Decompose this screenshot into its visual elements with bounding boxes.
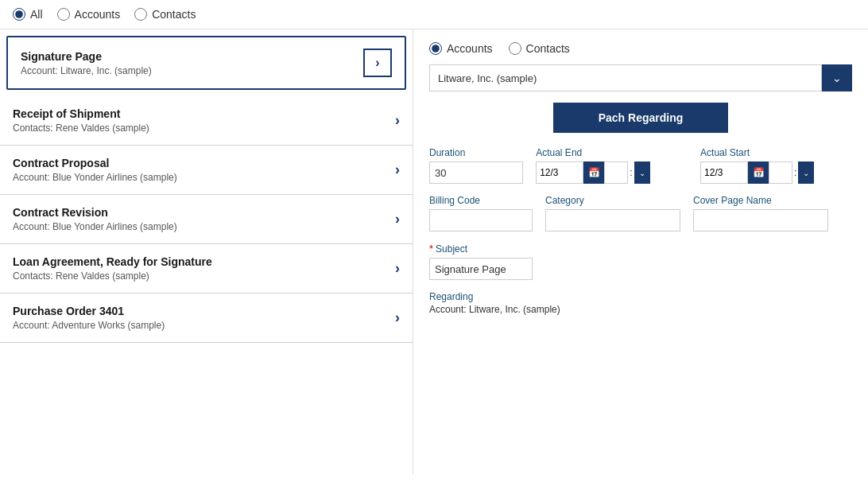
radio-contacts[interactable]: Contacts xyxy=(134,8,196,21)
cover-page-name-group: Cover Page Name xyxy=(693,195,828,231)
time-separator: : xyxy=(628,161,634,184)
list-item-title: Purchase Order 3401 xyxy=(13,305,395,317)
list-item-text: Receipt of Shipment Contacts: Rene Valde… xyxy=(13,107,395,134)
list-item-text: Contract Revision Account: Blue Yonder A… xyxy=(13,206,395,232)
actual-start-date-field: 📅 : ⌄ xyxy=(700,161,852,184)
actual-end-group: Actual End 📅 : ⌄ xyxy=(536,147,688,184)
radio-accounts-input[interactable] xyxy=(57,8,70,21)
actual-start-time-btn[interactable]: ⌄ xyxy=(798,161,814,184)
category-label: Category xyxy=(545,195,680,206)
time-separator2: : xyxy=(792,161,798,184)
list-item-chevron: › xyxy=(395,161,400,178)
radio-contacts-label: Contacts xyxy=(152,8,196,21)
list-item-chevron: › xyxy=(395,112,400,129)
actual-end-label: Actual End xyxy=(536,147,688,158)
filter-radio-group: All Accounts Contacts xyxy=(13,8,196,21)
list-item-text: Purchase Order 3401 Account: Adventure W… xyxy=(13,305,395,331)
billing-code-label: Billing Code xyxy=(429,195,533,206)
right-panel: Accounts Contacts Litware, Inc. (sample)… xyxy=(413,29,868,475)
list-item-chevron: › xyxy=(395,211,400,228)
actual-end-time-btn[interactable]: ⌄ xyxy=(634,161,650,184)
list-item-sub: Account: Blue Yonder Airlines (sample) xyxy=(13,172,395,183)
radio-all-label: All xyxy=(30,8,43,21)
list-item[interactable]: Signature Page Account: Litware, Inc. (s… xyxy=(6,36,406,90)
duration-group: Duration xyxy=(429,147,523,184)
billing-code-input[interactable] xyxy=(429,209,533,231)
right-radio-accounts-label: Accounts xyxy=(447,42,493,55)
duration-input[interactable] xyxy=(429,161,523,184)
regarding-label: Regarding xyxy=(429,291,852,302)
actual-start-hour-input[interactable] xyxy=(769,161,792,184)
category-group: Category xyxy=(545,195,680,231)
radio-accounts-label: Accounts xyxy=(75,8,121,21)
radio-all-input[interactable] xyxy=(13,8,25,21)
regarding-value: Account: Litware, Inc. (sample) xyxy=(429,304,852,315)
subject-label: Subject xyxy=(436,243,467,255)
list-item[interactable]: Contract Proposal Account: Blue Yonder A… xyxy=(0,146,413,195)
right-radio-contacts-input[interactable] xyxy=(509,42,521,55)
list-item-text: Contract Proposal Account: Blue Yonder A… xyxy=(13,157,395,183)
cover-page-name-label: Cover Page Name xyxy=(693,195,828,206)
actual-end-hour-input[interactable] xyxy=(604,161,628,184)
regarding-section: Regarding Account: Litware, Inc. (sample… xyxy=(429,291,852,315)
list-item-sub: Account: Blue Yonder Airlines (sample) xyxy=(13,221,395,232)
left-panel: Signature Page Account: Litware, Inc. (s… xyxy=(0,29,413,475)
list-item-title: Contract Proposal xyxy=(13,157,395,169)
actual-start-group: Actual Start 📅 : ⌄ xyxy=(700,147,852,184)
list-item[interactable]: Contract Revision Account: Blue Yonder A… xyxy=(0,195,413,244)
actual-end-date-field: 📅 : ⌄ xyxy=(536,161,688,184)
subject-group: *Subject xyxy=(429,243,533,280)
actual-start-label: Actual Start xyxy=(700,147,852,158)
radio-accounts[interactable]: Accounts xyxy=(57,8,121,21)
top-bar: All Accounts Contacts xyxy=(0,0,868,29)
dropdown-open-btn[interactable]: ⌄ xyxy=(822,64,852,91)
form-row-1: Duration Actual End 📅 : ⌄ Actual Start 📅 xyxy=(429,147,852,184)
account-dropdown-row: Litware, Inc. (sample) ⌄ xyxy=(429,64,852,91)
main-content: Signature Page Account: Litware, Inc. (s… xyxy=(0,29,868,475)
actual-end-calendar-btn[interactable]: 📅 xyxy=(583,161,604,184)
list-item-chevron: › xyxy=(395,260,400,277)
category-input[interactable] xyxy=(545,209,680,231)
list-item-sub: Contacts: Rene Valdes (sample) xyxy=(13,270,395,282)
billing-code-group: Billing Code xyxy=(429,195,533,231)
list-item-title: Loan Agreement, Ready for Signature xyxy=(13,255,395,268)
list-item-text: Signature Page Account: Litware, Inc. (s… xyxy=(21,50,363,76)
list-item[interactable]: Loan Agreement, Ready for Signature Cont… xyxy=(0,244,413,294)
list-item-title: Receipt of Shipment xyxy=(13,107,395,120)
cover-page-name-input[interactable] xyxy=(693,209,828,231)
account-dropdown[interactable]: Litware, Inc. (sample) xyxy=(429,64,822,91)
list-item-text: Loan Agreement, Ready for Signature Cont… xyxy=(13,255,395,282)
list-item-chevron-btn[interactable]: › xyxy=(363,49,392,77)
right-radio-accounts[interactable]: Accounts xyxy=(429,42,493,55)
list-item-sub: Account: Litware, Inc. (sample) xyxy=(21,65,363,76)
actual-start-calendar-btn[interactable]: 📅 xyxy=(748,161,769,184)
patch-regarding-btn[interactable]: Pach Regarding xyxy=(553,103,728,133)
list-item[interactable]: Purchase Order 3401 Account: Adventure W… xyxy=(0,294,413,343)
form-row-2: Billing Code Category Cover Page Name xyxy=(429,195,852,231)
list-item[interactable]: Receipt of Shipment Contacts: Rene Valde… xyxy=(0,96,413,146)
right-radio-accounts-input[interactable] xyxy=(429,42,442,55)
subject-input[interactable] xyxy=(429,258,533,280)
actual-end-date-input[interactable] xyxy=(536,161,583,184)
duration-label: Duration xyxy=(429,147,523,158)
list-item-sub: Contacts: Rene Valdes (sample) xyxy=(13,122,395,134)
list-item-title: Signature Page xyxy=(21,50,363,63)
list-item-title: Contract Revision xyxy=(13,206,395,219)
list-item-chevron: › xyxy=(395,309,400,326)
radio-contacts-input[interactable] xyxy=(134,8,147,21)
form-row-3: *Subject xyxy=(429,243,852,280)
right-radio-contacts[interactable]: Contacts xyxy=(509,42,570,55)
right-radio-contacts-label: Contacts xyxy=(526,42,570,55)
right-radio-group: Accounts Contacts xyxy=(429,42,852,55)
required-star: * xyxy=(429,243,433,255)
radio-all[interactable]: All xyxy=(13,8,43,21)
list-item-sub: Account: Adventure Works (sample) xyxy=(13,320,395,331)
actual-start-date-input[interactable] xyxy=(700,161,748,184)
